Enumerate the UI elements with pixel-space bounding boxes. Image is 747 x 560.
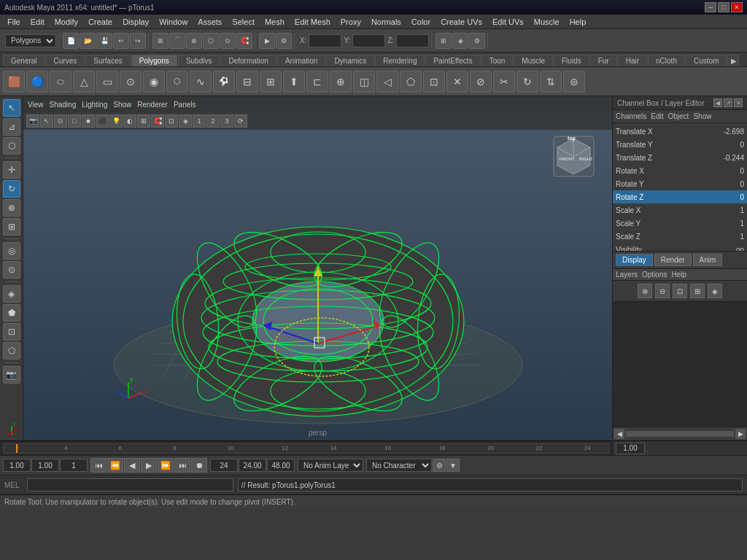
universal-manipulator-btn[interactable]: ⊞ [3, 218, 20, 236]
shelf-helix[interactable]: ∿ [190, 71, 212, 93]
shelf-fill[interactable]: ◫ [353, 71, 375, 93]
menu-display[interactable]: Display [118, 16, 153, 28]
go-start-btn[interactable]: ⏮ [90, 458, 107, 472]
go-end-btn[interactable]: ⏺ [191, 458, 207, 472]
prev-frame-btn[interactable]: ◀ [124, 458, 140, 472]
cube-gizmo[interactable]: top FRONT RIGHT [550, 133, 597, 180]
shading-menu[interactable]: Shading [50, 101, 77, 109]
menu-create[interactable]: Create [84, 16, 117, 28]
shelf-cube[interactable]: 🟫 [3, 71, 25, 93]
tab-expand[interactable]: ▶ [727, 55, 739, 66]
playback-range-start[interactable] [3, 459, 31, 472]
shelf-disk[interactable]: ◉ [143, 71, 165, 93]
tab-polygons[interactable]: Polygons [131, 55, 177, 66]
help-menu[interactable]: Help [671, 271, 686, 279]
shelf-plane[interactable]: ▭ [96, 71, 118, 93]
playback-step[interactable] [31, 459, 59, 472]
custom-tool4-btn[interactable]: ⬠ [3, 342, 20, 359]
cb-tab-channels[interactable]: Channels [616, 112, 646, 120]
move-tool-btn[interactable]: ✛ [3, 161, 20, 179]
scale-tool-btn[interactable]: ⊕ [3, 199, 20, 217]
misc3-icon[interactable]: ⚙ [469, 33, 485, 49]
vp-camera-icon[interactable]: 📷 [26, 114, 39, 128]
misc1-icon[interactable]: ⊞ [436, 33, 452, 49]
renderer-menu[interactable]: Renderer [137, 101, 168, 109]
tab-muscle[interactable]: Muscle [514, 55, 553, 66]
tab-subdivs[interactable]: Subdivs [178, 55, 220, 66]
tab-painteffects[interactable]: PaintEffects [425, 55, 480, 66]
scroll-left-btn[interactable]: ◀ [614, 429, 624, 439]
vp-mode2-icon[interactable]: 2 [206, 114, 220, 128]
layers-menu[interactable]: Layers [616, 271, 638, 279]
menu-help[interactable]: Help [565, 16, 591, 28]
vp-texture-icon[interactable]: ⬛ [96, 114, 109, 128]
misc2-icon[interactable]: ◈ [452, 33, 468, 49]
vp-wireframe-icon[interactable]: □ [68, 114, 81, 128]
shelf-offset[interactable]: ⊘ [470, 71, 492, 93]
menu-mesh[interactable]: Mesh [260, 16, 289, 28]
tab-general[interactable]: General [3, 55, 45, 66]
camera-btn[interactable]: 📷 [3, 366, 20, 384]
menu-edit[interactable]: Edit [26, 16, 49, 28]
shelf-cut[interactable]: ✂ [493, 71, 515, 93]
menu-select[interactable]: Select [228, 16, 259, 28]
menu-proxy[interactable]: Proxy [336, 16, 365, 28]
custom-tool2-btn[interactable]: ⬟ [3, 304, 20, 322]
save-scene-icon[interactable]: 💾 [96, 33, 112, 49]
display-tab[interactable]: Display [616, 254, 653, 266]
magnet-icon[interactable]: 🧲 [236, 33, 252, 49]
layer-delete-icon[interactable]: ⊖ [655, 284, 670, 298]
shelf-bridge[interactable]: ⊏ [306, 71, 328, 93]
snap-view-icon[interactable]: ⊙ [220, 33, 236, 49]
select-tool-btn[interactable]: ↖ [3, 99, 20, 117]
show-menu[interactable]: Show [113, 101, 131, 109]
custom-tool1-btn[interactable]: ◈ [3, 285, 20, 303]
layer-options1-icon[interactable]: ⊡ [673, 284, 687, 298]
undo-icon[interactable]: ↩ [113, 33, 129, 49]
vp-mode1-icon[interactable]: 1 [193, 114, 206, 128]
viewport[interactable]: View Shading Lighting Show Renderer Pane… [23, 96, 612, 440]
next-frame-btn[interactable]: ⏩ [158, 458, 174, 472]
render-settings-icon[interactable]: ⚙ [276, 33, 292, 49]
rotate-tool-btn[interactable]: ↻ [3, 180, 20, 198]
menu-muscle[interactable]: Muscle [530, 16, 564, 28]
shelf-bevel[interactable]: ⬠ [400, 71, 422, 93]
tab-ncloth[interactable]: nCloth [648, 55, 685, 66]
vp-grid-icon[interactable]: ⊞ [137, 114, 150, 128]
shelf-flip[interactable]: ⇅ [540, 71, 562, 93]
shelf-sphere[interactable]: 🔵 [26, 71, 48, 93]
tab-surfaces[interactable]: Surfaces [85, 55, 130, 66]
tab-fluids[interactable]: Fluids [554, 55, 589, 66]
mode-dropdown[interactable]: Polygons Surfaces Animation [5, 34, 56, 47]
custom-tool3-btn[interactable]: ⊡ [3, 323, 20, 341]
tab-toon[interactable]: Toon [481, 55, 514, 66]
soft-modification-btn[interactable]: ◎ [3, 242, 20, 260]
anim-tab[interactable]: Anim [693, 254, 723, 266]
shelf-append[interactable]: ⊕ [330, 71, 352, 93]
menu-edit-uvs[interactable]: Edit UVs [488, 16, 528, 28]
cb-tab-edit[interactable]: Edit [651, 112, 663, 120]
lasso-tool-btn[interactable]: ⊿ [3, 118, 20, 136]
vp-isolate-icon[interactable]: ◈ [179, 114, 192, 128]
shelf-combine[interactable]: ⊞ [260, 71, 282, 93]
vp-shadow-icon[interactable]: ◐ [123, 114, 136, 128]
snap-surface-icon[interactable]: ⬡ [203, 33, 219, 49]
vp-select2-icon[interactable]: ⊙ [54, 114, 67, 128]
char-set-options-btn[interactable]: ⚙ [433, 459, 446, 472]
vp-mode3-icon[interactable]: 3 [220, 114, 233, 128]
show-manipulator-btn[interactable]: ⊙ [3, 261, 20, 279]
shelf-collapse[interactable]: ⊜ [563, 71, 585, 93]
vp-select1-icon[interactable]: ↖ [40, 114, 53, 128]
cb-tab-object[interactable]: Object [668, 112, 689, 120]
open-scene-icon[interactable]: 📂 [80, 33, 96, 49]
play-forward-btn[interactable]: ▶ [141, 458, 157, 472]
playback-range-end[interactable] [210, 459, 238, 472]
tab-curves[interactable]: Curves [46, 55, 85, 66]
menu-color[interactable]: Color [407, 16, 435, 28]
vp-snap-icon[interactable]: 🧲 [151, 114, 164, 128]
redo-icon[interactable]: ↪ [130, 33, 146, 49]
character-set-select[interactable]: No Character Set [366, 459, 432, 472]
render-tab[interactable]: Render [654, 254, 692, 266]
scroll-track[interactable] [626, 431, 734, 437]
vp-light-icon[interactable]: 💡 [109, 114, 123, 128]
